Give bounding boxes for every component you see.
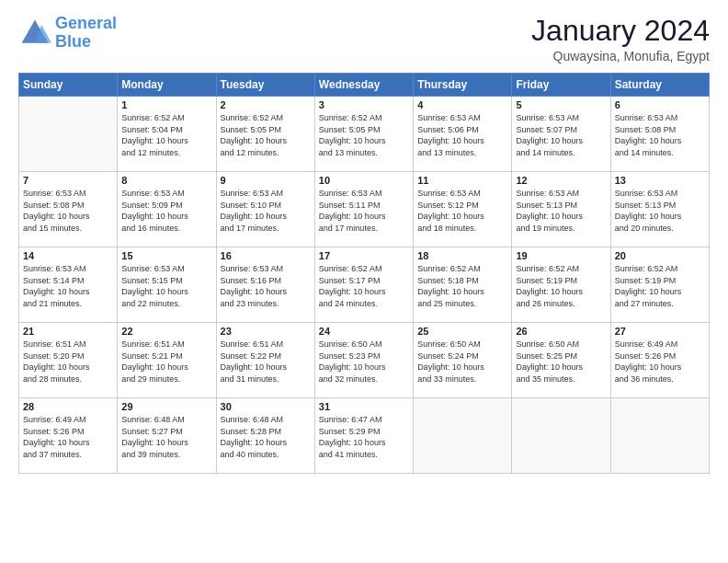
day-info: Sunrise: 6:49 AMSunset: 5:26 PMDaylight:… [23,414,113,460]
calendar-day-cell: 25Sunrise: 6:50 AMSunset: 5:24 PMDayligh… [414,323,512,398]
calendar-day-cell: 10Sunrise: 6:53 AMSunset: 5:11 PMDayligh… [314,172,413,247]
day-info: Sunrise: 6:50 AMSunset: 5:25 PMDaylight:… [516,339,606,385]
day-info: Sunrise: 6:53 AMSunset: 5:13 PMDaylight:… [516,188,606,234]
calendar-day-cell [414,398,512,474]
day-number: 3 [319,99,409,110]
day-number: 19 [516,250,606,261]
calendar-day-cell: 19Sunrise: 6:52 AMSunset: 5:19 PMDayligh… [512,247,610,323]
day-info: Sunrise: 6:48 AMSunset: 5:27 PMDaylight:… [121,414,211,460]
calendar-week-row: 21Sunrise: 6:51 AMSunset: 5:20 PMDayligh… [19,323,710,398]
day-number: 6 [615,99,705,110]
logo: General Blue [18,15,117,52]
day-number: 7 [23,175,113,186]
day-number: 26 [516,326,606,337]
day-number: 9 [221,175,311,186]
day-info: Sunrise: 6:52 AMSunset: 5:18 PMDaylight:… [417,263,507,309]
day-info: Sunrise: 6:47 AMSunset: 5:29 PMDaylight:… [319,414,409,460]
weekday-header-cell: Monday [118,74,216,97]
day-number: 17 [319,250,409,261]
subtitle: Quwaysina, Monufia, Egypt [531,49,710,63]
weekday-header-cell: Sunday [19,74,118,97]
calendar-day-cell: 6Sunrise: 6:53 AMSunset: 5:08 PMDaylight… [610,97,709,172]
weekday-header-cell: Saturday [610,74,709,97]
logo-line2: Blue [55,32,91,51]
calendar-week-row: 7Sunrise: 6:53 AMSunset: 5:08 PMDaylight… [19,172,710,247]
calendar-day-cell: 7Sunrise: 6:53 AMSunset: 5:08 PMDaylight… [19,172,118,247]
day-number: 25 [417,326,507,337]
day-number: 27 [615,326,705,337]
day-info: Sunrise: 6:53 AMSunset: 5:08 PMDaylight:… [615,112,705,158]
day-info: Sunrise: 6:51 AMSunset: 5:21 PMDaylight:… [121,339,211,385]
day-info: Sunrise: 6:52 AMSunset: 5:05 PMDaylight:… [319,112,409,158]
logo-line1: General [55,14,117,32]
page: General Blue January 2024 Quwaysina, Mon… [0,0,728,483]
day-number: 8 [121,175,211,186]
calendar-day-cell: 24Sunrise: 6:50 AMSunset: 5:23 PMDayligh… [314,323,413,398]
day-number: 23 [221,326,311,337]
day-info: Sunrise: 6:53 AMSunset: 5:08 PMDaylight:… [23,188,113,234]
day-number: 10 [319,175,409,186]
day-number: 5 [516,99,606,110]
day-number: 15 [121,250,211,261]
day-info: Sunrise: 6:52 AMSunset: 5:17 PMDaylight:… [319,263,409,309]
day-number: 22 [121,326,211,337]
day-number: 11 [417,175,507,186]
calendar-day-cell: 28Sunrise: 6:49 AMSunset: 5:26 PMDayligh… [19,398,118,474]
calendar-day-cell: 9Sunrise: 6:53 AMSunset: 5:10 PMDaylight… [216,172,314,247]
calendar-day-cell: 21Sunrise: 6:51 AMSunset: 5:20 PMDayligh… [19,323,118,398]
weekday-header-cell: Tuesday [216,74,314,97]
calendar-day-cell [512,398,610,474]
calendar-day-cell: 14Sunrise: 6:53 AMSunset: 5:14 PMDayligh… [19,247,118,323]
day-number: 28 [23,401,113,412]
calendar-day-cell: 16Sunrise: 6:53 AMSunset: 5:16 PMDayligh… [216,247,314,323]
weekday-header-cell: Thursday [414,74,512,97]
day-info: Sunrise: 6:48 AMSunset: 5:28 PMDaylight:… [221,414,311,460]
calendar-day-cell [610,398,709,474]
month-title: January 2024 [531,15,710,47]
calendar-day-cell: 26Sunrise: 6:50 AMSunset: 5:25 PMDayligh… [512,323,610,398]
day-number: 16 [221,250,311,261]
day-info: Sunrise: 6:50 AMSunset: 5:24 PMDaylight:… [417,339,507,385]
logo-icon [18,17,51,50]
day-info: Sunrise: 6:52 AMSunset: 5:19 PMDaylight:… [516,263,606,309]
day-number: 1 [121,99,211,110]
day-info: Sunrise: 6:53 AMSunset: 5:07 PMDaylight:… [516,112,606,158]
day-number: 4 [417,99,507,110]
calendar-day-cell: 15Sunrise: 6:53 AMSunset: 5:15 PMDayligh… [118,247,216,323]
day-info: Sunrise: 6:51 AMSunset: 5:22 PMDaylight:… [221,339,311,385]
calendar-day-cell: 2Sunrise: 6:52 AMSunset: 5:05 PMDaylight… [216,97,314,172]
day-info: Sunrise: 6:49 AMSunset: 5:26 PMDaylight:… [615,339,705,385]
day-info: Sunrise: 6:53 AMSunset: 5:11 PMDaylight:… [319,188,409,234]
calendar-day-cell: 22Sunrise: 6:51 AMSunset: 5:21 PMDayligh… [118,323,216,398]
calendar-day-cell: 1Sunrise: 6:52 AMSunset: 5:04 PMDaylight… [118,97,216,172]
day-number: 14 [23,250,113,261]
calendar-day-cell: 17Sunrise: 6:52 AMSunset: 5:17 PMDayligh… [314,247,413,323]
day-info: Sunrise: 6:52 AMSunset: 5:05 PMDaylight:… [221,112,311,158]
calendar-week-row: 1Sunrise: 6:52 AMSunset: 5:04 PMDaylight… [19,97,710,172]
calendar-day-cell: 31Sunrise: 6:47 AMSunset: 5:29 PMDayligh… [314,398,413,474]
calendar-week-row: 28Sunrise: 6:49 AMSunset: 5:26 PMDayligh… [19,398,710,474]
day-info: Sunrise: 6:53 AMSunset: 5:14 PMDaylight:… [23,263,113,309]
calendar-week-row: 14Sunrise: 6:53 AMSunset: 5:14 PMDayligh… [19,247,710,323]
day-number: 31 [319,401,409,412]
weekday-header-cell: Wednesday [314,74,413,97]
day-info: Sunrise: 6:53 AMSunset: 5:12 PMDaylight:… [417,188,507,234]
calendar-day-cell: 18Sunrise: 6:52 AMSunset: 5:18 PMDayligh… [414,247,512,323]
header: General Blue January 2024 Quwaysina, Mon… [18,15,710,63]
day-number: 2 [221,99,311,110]
day-info: Sunrise: 6:53 AMSunset: 5:15 PMDaylight:… [121,263,211,309]
day-info: Sunrise: 6:50 AMSunset: 5:23 PMDaylight:… [319,339,409,385]
weekday-header-cell: Friday [512,74,610,97]
day-info: Sunrise: 6:53 AMSunset: 5:06 PMDaylight:… [417,112,507,158]
calendar-day-cell: 12Sunrise: 6:53 AMSunset: 5:13 PMDayligh… [512,172,610,247]
day-info: Sunrise: 6:53 AMSunset: 5:16 PMDaylight:… [221,263,311,309]
calendar-day-cell: 8Sunrise: 6:53 AMSunset: 5:09 PMDaylight… [118,172,216,247]
calendar-day-cell: 5Sunrise: 6:53 AMSunset: 5:07 PMDaylight… [512,97,610,172]
day-info: Sunrise: 6:53 AMSunset: 5:09 PMDaylight:… [121,188,211,234]
calendar-day-cell: 29Sunrise: 6:48 AMSunset: 5:27 PMDayligh… [118,398,216,474]
day-number: 30 [221,401,311,412]
day-info: Sunrise: 6:52 AMSunset: 5:04 PMDaylight:… [121,112,211,158]
day-number: 29 [121,401,211,412]
calendar-day-cell: 13Sunrise: 6:53 AMSunset: 5:13 PMDayligh… [610,172,709,247]
day-number: 24 [319,326,409,337]
